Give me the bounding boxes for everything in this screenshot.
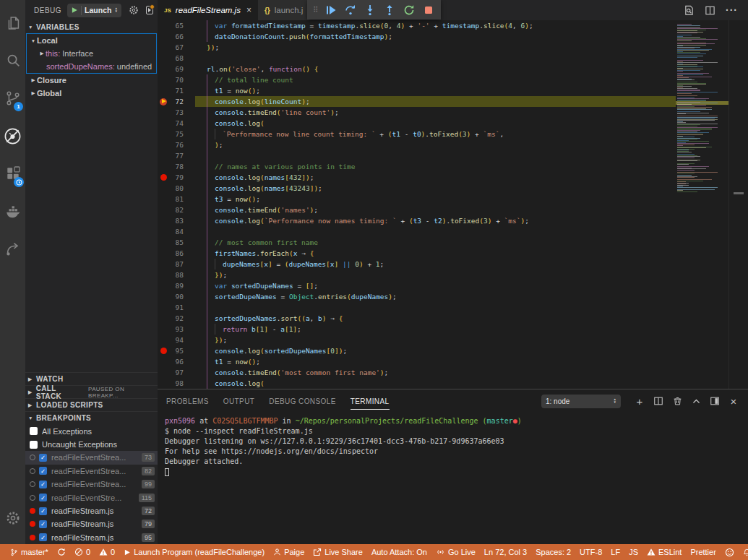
stop-button[interactable] [418,0,438,20]
code-line[interactable]: 95console.log(sortedDupeNames[0]); [158,345,676,356]
breakpoint-row[interactable]: ✓readFileEventStre...115 [25,491,158,504]
gutter[interactable]: 94 [158,335,195,345]
breakpoint-icon[interactable] [160,348,167,354]
terminal-output[interactable]: pxn5096 at C02SQ5LBGTFMMBP in ~/Repos/pe… [158,413,748,544]
breakpoint-checkbox[interactable]: ✓ [39,454,47,462]
current-execution-breakpoint-icon[interactable] [160,98,167,105]
code-line[interactable]: 85// most common first name [158,237,676,248]
breakpoint-checkbox[interactable]: ✓ [39,494,47,501]
status-item-0[interactable]: 0 [70,544,95,560]
manage-gear-icon[interactable] [0,499,25,537]
gutter[interactable]: 65 [158,20,195,31]
step-out-button[interactable] [379,0,399,20]
new-terminal-icon[interactable]: + [631,392,648,410]
terminal-select[interactable]: 1: node ▲▼ [541,395,621,408]
gutter[interactable]: 69 [158,64,195,74]
breakpoint-checkbox[interactable]: ✓ [39,467,47,475]
step-into-button[interactable] [360,0,379,20]
restart-button[interactable] [399,0,418,20]
variable-sortedDupeNames[interactable]: sortedDupeNames: undefined [27,60,156,73]
gutter[interactable]: 77 [158,150,195,161]
panel-tab-terminal[interactable]: TERMINAL [351,392,390,410]
gutter[interactable]: 68 [158,53,195,64]
kill-terminal-icon[interactable] [669,392,686,410]
watch-section-header[interactable]: ▶WATCH [25,372,158,385]
code-line[interactable]: 65var formattedTimestamp = timestamp.sli… [158,20,676,31]
editor-tab[interactable]: JSreadFileStream.js× [158,0,258,20]
gutter[interactable]: 87 [158,259,195,270]
checkbox[interactable] [30,441,38,449]
gutter[interactable]: 84 [158,226,195,237]
gutter[interactable]: 82 [158,204,195,215]
toolbar-drag-handle-icon[interactable]: ⠿ [310,6,321,14]
loaded-scripts-section-header[interactable]: ▶LOADED SCRIPTS [25,398,158,411]
source-control-icon[interactable]: 1 [0,79,25,117]
status-item-0[interactable]: 0 [95,544,119,560]
scrollbar[interactable] [728,20,748,389]
scrollbar-thumb[interactable] [734,192,744,194]
gutter[interactable]: 80 [158,183,195,194]
gutter[interactable]: 88 [158,270,195,280]
code-line[interactable]: 96t1 = now(); [158,356,676,367]
code-line[interactable]: 93return b[1] - a[1]; [158,324,676,335]
gutter[interactable]: 86 [158,248,195,259]
continue-button[interactable] [321,0,340,20]
maximize-panel-icon[interactable] [687,392,705,410]
code-line[interactable]: 92sortedDupeNames.sort((a, b) ⇒ { [158,313,676,324]
close-panel-icon[interactable]: × [725,392,742,410]
gutter[interactable]: 71 [158,85,195,96]
gutter[interactable]: 76 [158,139,195,150]
code-line[interactable]: 91 [158,302,676,313]
breakpoint-row[interactable]: ✓readFileEventStrea...73 [25,451,158,464]
scope-closure[interactable]: ▶Closure [25,74,158,87]
scope-local[interactable]: ▼Local [27,34,156,47]
gutter[interactable]: 91 [158,302,195,313]
live-share-icon[interactable] [0,230,25,267]
gutter[interactable]: 90 [158,291,195,302]
split-terminal-icon[interactable] [650,392,667,410]
status-item-ln-72-col-3[interactable]: Ln 72, Col 3 [480,544,531,560]
search-icon[interactable] [0,42,25,79]
close-tab-icon[interactable]: × [246,5,252,15]
panel-tab-output[interactable]: OUTPUT [223,392,255,410]
call-stack-section-header[interactable]: ▶CALL STACK PAUSED ON BREAKP... [25,385,158,398]
open-preview-icon[interactable] [684,5,695,16]
gutter[interactable]: 70 [158,74,195,85]
breakpoint-row[interactable]: ✓readFileEventStrea...82 [25,465,158,478]
code-line[interactable]: 80console.log(names[43243]); [158,183,676,194]
gutter[interactable]: 66 [158,31,195,42]
gutter[interactable]: 78 [158,161,195,172]
code-line[interactable]: 71t1 = now(); [158,85,676,96]
code-line[interactable]: 67}); [158,42,676,53]
code-line[interactable]: 98console.log( [158,378,676,389]
gutter[interactable]: 98 [158,378,195,389]
code-line[interactable]: 78// names at various points in time [158,161,676,172]
checkbox[interactable] [30,427,38,435]
variables-section-header[interactable]: ▼VARIABLES [25,20,158,33]
gutter[interactable]: 89 [158,280,195,291]
debug-console-toggle-icon[interactable] [146,6,153,14]
gutter[interactable]: 75 [158,129,195,139]
panel-tab-debug-console[interactable]: DEBUG CONSOLE [269,392,335,410]
code-line[interactable]: 70// total line count [158,74,676,85]
status-item-utf-8[interactable]: UTF-8 [575,544,606,560]
breakpoint-row[interactable]: ✓readFileEventStrea...99 [25,478,158,491]
status-item-auto-attach-on[interactable]: Auto Attach: On [367,544,431,560]
code-line[interactable]: 75`Performance now line count timing: ` … [158,129,676,139]
code-line[interactable]: 87dupeNames[x] = (dupeNames[x] || 0) + 1… [158,259,676,270]
gutter[interactable]: 79 [158,172,195,183]
docker-icon[interactable] [0,192,25,230]
exception-breakpoint-row[interactable]: Uncaught Exceptions [25,438,158,451]
code-line[interactable]: 86firstNames.forEach(x ⇒ { [158,248,676,259]
breakpoint-row[interactable]: ✓readFileStream.js95 [25,531,158,544]
code-line[interactable]: 77 [158,150,676,161]
status-item-sync[interactable] [53,544,70,560]
exception-breakpoint-row[interactable]: All Exceptions [25,424,158,437]
breakpoint-checkbox[interactable]: ✓ [39,507,47,515]
breakpoint-row[interactable]: ✓readFileStream.js79 [25,517,158,530]
breakpoints-section-header[interactable]: ▼BREAKPOINTS [25,411,158,424]
code-editor[interactable]: 65var formattedTimestamp = timestamp.sli… [158,20,748,389]
code-line[interactable]: 72console.log(lineCount); [158,96,676,107]
gutter[interactable]: 74 [158,118,195,129]
code-line[interactable]: 94}); [158,335,676,345]
